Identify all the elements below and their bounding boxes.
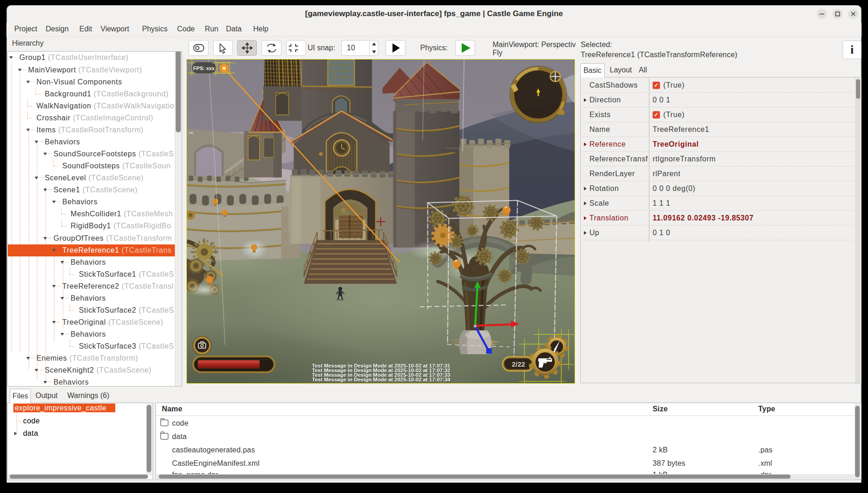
svg-text:FPS: xxx: FPS: xxx [193, 65, 215, 71]
svg-text:DIE: DIE [189, 131, 193, 134]
svg-text:2/22: 2/22 [512, 360, 525, 368]
svg-text:Test Message in Design Mode at: Test Message in Design Mode at 2025-10-0… [312, 377, 451, 382]
